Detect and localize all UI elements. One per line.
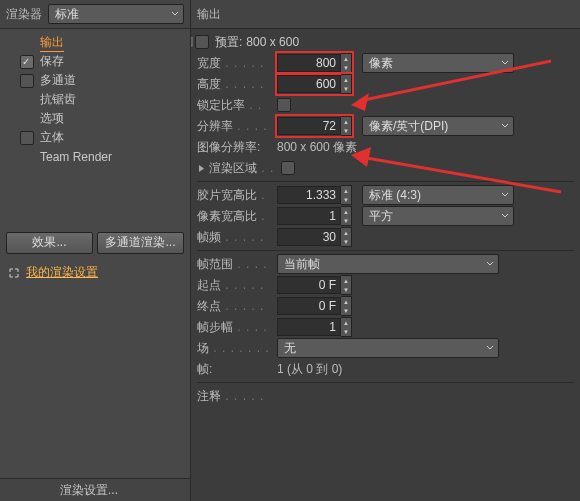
fps-stepper[interactable]: ▲▼: [341, 227, 352, 247]
image-res-value: 800 x 600 像素: [277, 139, 357, 156]
tree-item-output[interactable]: 输出: [0, 33, 190, 52]
checkbox-icon[interactable]: [20, 74, 34, 88]
pixel-aspect-input[interactable]: 1: [277, 207, 341, 225]
checkbox-icon[interactable]: [20, 55, 34, 69]
resolution-unit-dropdown[interactable]: 像素/英寸(DPI): [362, 116, 514, 136]
frames-label: 帧:: [197, 361, 277, 378]
chevron-down-icon: [501, 59, 509, 67]
expand-icon: [8, 267, 20, 279]
chevron-down-icon: [501, 191, 509, 199]
chevron-down-icon: [501, 212, 509, 220]
tree-item-aa[interactable]: 抗锯齿: [0, 90, 190, 109]
notes-label: 注释: [197, 389, 221, 403]
end-label: 终点: [197, 299, 221, 313]
lock-ratio-checkbox[interactable]: [277, 98, 291, 112]
fps-input[interactable]: 30: [277, 228, 341, 246]
tree-item-multipass[interactable]: 多通道: [0, 71, 190, 90]
preset-checkbox[interactable]: [195, 35, 209, 49]
resolution-label: 分辨率: [197, 119, 233, 133]
tree-item-team[interactable]: Team Render: [0, 147, 190, 166]
renderer-label: 渲染器: [6, 6, 42, 23]
step-stepper[interactable]: ▲▼: [341, 317, 352, 337]
footer-label: 渲染设置...: [0, 478, 190, 501]
film-aspect-stepper[interactable]: ▲▼: [341, 185, 352, 205]
start-input[interactable]: 0 F: [277, 276, 341, 294]
start-stepper[interactable]: ▲▼: [341, 275, 352, 295]
render-region-checkbox[interactable]: [281, 161, 295, 175]
pixel-aspect-label: 像素宽高比: [197, 209, 257, 223]
lock-ratio-label: 锁定比率: [197, 98, 245, 112]
svg-rect-0: [191, 37, 192, 46]
width-unit-dropdown[interactable]: 像素: [362, 53, 514, 73]
height-input[interactable]: 600: [277, 75, 341, 93]
width-input[interactable]: 800: [277, 54, 341, 72]
end-stepper[interactable]: ▲▼: [341, 296, 352, 316]
chevron-down-icon: [486, 344, 494, 352]
frame-range-label: 帧范围: [197, 257, 233, 271]
width-field-highlight: 800 ▲▼: [277, 53, 352, 73]
film-aspect-label: 胶片宽高比: [197, 188, 257, 202]
start-label: 起点: [197, 278, 221, 292]
resolution-input[interactable]: 72: [277, 117, 341, 135]
renderer-value: 标准: [55, 6, 79, 23]
panel-title: 输出: [197, 6, 221, 23]
field-dropdown[interactable]: 无: [277, 338, 499, 358]
film-aspect-dropdown[interactable]: 标准 (4:3): [362, 185, 514, 205]
triangle-right-icon[interactable]: [197, 164, 206, 173]
step-input[interactable]: 1: [277, 318, 341, 336]
chevron-down-icon: [171, 10, 179, 18]
film-aspect-input[interactable]: 1.333: [277, 186, 341, 204]
preset-label: 预置:: [215, 34, 242, 51]
frames-value: 1 (从 0 到 0): [277, 361, 342, 378]
tree-item-options[interactable]: 选项: [0, 109, 190, 128]
checkbox-icon[interactable]: [20, 131, 34, 145]
tree-item-stereo[interactable]: 立体: [0, 128, 190, 147]
chevron-down-icon: [501, 122, 509, 130]
width-stepper[interactable]: ▲▼: [341, 53, 352, 73]
field-label: 场: [197, 341, 209, 355]
step-label: 帧步幅: [197, 320, 233, 334]
pixel-aspect-dropdown[interactable]: 平方: [362, 206, 514, 226]
collapse-icon[interactable]: [191, 37, 193, 47]
frame-range-dropdown[interactable]: 当前帧: [277, 254, 499, 274]
effects-button[interactable]: 效果...: [6, 232, 93, 254]
preset-value: 800 x 600: [246, 35, 299, 49]
height-field-highlight: 600 ▲▼: [277, 74, 352, 94]
resolution-stepper[interactable]: ▲▼: [341, 116, 352, 136]
width-label: 宽度: [197, 56, 221, 70]
image-res-label: 图像分辨率:: [197, 139, 277, 156]
my-render-settings-link[interactable]: 我的渲染设置: [26, 264, 98, 281]
tree-item-save[interactable]: 保存: [0, 52, 190, 71]
height-label: 高度: [197, 77, 221, 91]
chevron-down-icon: [486, 260, 494, 268]
multipass-button[interactable]: 多通道渲染...: [97, 232, 184, 254]
render-region-label: 渲染区域: [209, 161, 257, 175]
end-input[interactable]: 0 F: [277, 297, 341, 315]
resolution-field-highlight: 72 ▲▼: [277, 116, 352, 136]
fps-label: 帧频: [197, 230, 221, 244]
settings-tree: 输出 保存 多通道 抗锯齿 选项 立体 Team Render: [0, 29, 190, 228]
pixel-aspect-stepper[interactable]: ▲▼: [341, 206, 352, 226]
renderer-dropdown[interactable]: 标准: [48, 4, 184, 24]
height-stepper[interactable]: ▲▼: [341, 74, 352, 94]
